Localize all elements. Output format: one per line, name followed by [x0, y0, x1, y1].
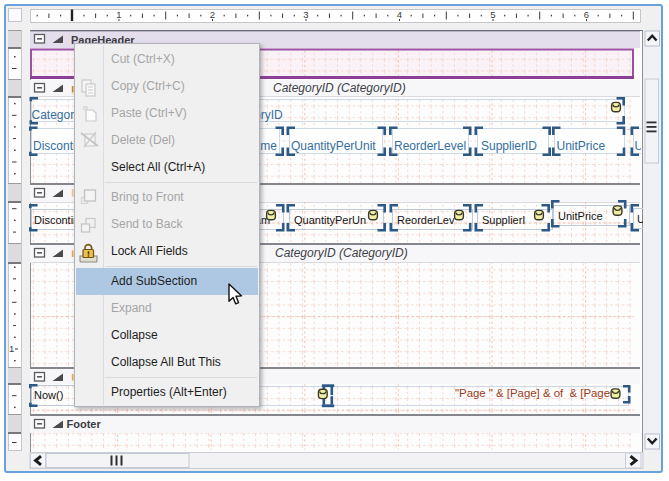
svg-text:6: 6 [584, 9, 589, 20]
svg-text:5: 5 [490, 9, 495, 20]
svg-text:1: 1 [116, 9, 121, 20]
svg-text:3: 3 [303, 9, 308, 20]
svg-text:1: 1 [9, 343, 14, 354]
svg-text:4: 4 [397, 9, 402, 20]
svg-text:2: 2 [210, 9, 215, 20]
